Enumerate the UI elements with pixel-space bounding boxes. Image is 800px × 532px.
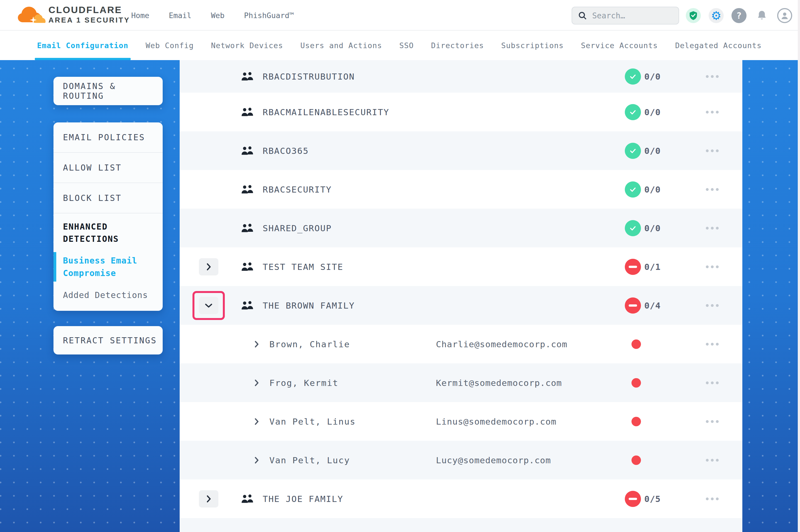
status-badge-fail <box>625 259 641 275</box>
account-icon[interactable] <box>777 8 792 23</box>
sidebar-item-allow-list[interactable]: ALLOW LIST <box>54 153 163 183</box>
sidebar-item-block-list[interactable]: BLOCK LIST <box>54 183 163 213</box>
sidebar-item-added-detections[interactable]: Added Detections <box>63 289 154 301</box>
more-actions-button[interactable] <box>701 223 723 234</box>
member-count: 0/5 <box>644 494 661 504</box>
group-name: RBACDISTRUBUTION <box>263 72 355 81</box>
more-actions-button[interactable] <box>701 107 723 118</box>
sidebar-item-email-policies[interactable]: EMAIL POLICIES <box>54 122 163 153</box>
tab-web-config[interactable]: Web Config <box>146 31 194 60</box>
member-email: Lucy@somedemocorp.com <box>436 455 551 465</box>
status-badge-fail <box>625 491 641 507</box>
scrollbar-track[interactable] <box>798 0 800 532</box>
status-dot-red <box>632 417 641 426</box>
member-name: Frog, Kermit <box>269 378 339 388</box>
group-people-icon <box>241 223 254 233</box>
tab-subscriptions[interactable]: Subscriptions <box>501 31 564 60</box>
table-row-member[interactable]: Van Pelt, Linus Linus@somedemocorp.com <box>180 402 742 441</box>
group-people-icon <box>241 71 254 82</box>
table-row-member[interactable]: Brown, Charlie Charlie@somedemocorp.com <box>180 325 742 363</box>
more-actions-button[interactable] <box>701 145 723 156</box>
nav-item-phishguard[interactable]: PhishGuard™ <box>244 11 294 20</box>
member-count: 0/0 <box>644 107 661 117</box>
more-actions-button[interactable] <box>701 339 723 350</box>
tab-delegated-accounts[interactable]: Delegated Accounts <box>675 31 762 60</box>
nav-item-web[interactable]: Web <box>211 11 224 20</box>
table-row-group[interactable]: THE JOE FAMILY 0/5 <box>180 479 742 518</box>
shield-check-icon[interactable] <box>686 8 701 23</box>
bell-icon[interactable] <box>754 8 769 23</box>
status-badge-fail <box>625 298 641 314</box>
group-people-icon <box>241 300 254 311</box>
search-input[interactable] <box>592 11 665 20</box>
nav-item-email[interactable]: Email <box>169 11 192 20</box>
chevron-down-icon <box>205 303 213 308</box>
more-actions-button[interactable] <box>701 416 723 427</box>
tab-network-devices[interactable]: Network Devices <box>211 31 283 60</box>
status-badge-pass <box>625 143 641 159</box>
member-email: Linus@somedemocorp.com <box>436 417 557 426</box>
search-box[interactable] <box>571 7 679 24</box>
sidebar-item-business-email-compromise[interactable]: Business Email Compromise <box>63 254 154 279</box>
table-row-group[interactable]: RBACMAILENABLESECURITY 0/0 <box>180 93 742 131</box>
more-actions-button[interactable] <box>701 455 723 466</box>
member-count: 0/1 <box>644 262 661 272</box>
group-people-icon <box>241 107 254 117</box>
chevron-right-icon[interactable] <box>254 418 259 425</box>
chevron-right-icon <box>206 263 211 271</box>
status-badge-pass <box>625 104 641 120</box>
more-actions-button[interactable] <box>701 377 723 388</box>
gear-icon[interactable]: ⚙ <box>709 8 724 23</box>
more-actions-button[interactable] <box>701 300 723 311</box>
status-badge-pass <box>625 182 641 197</box>
member-count: 0/0 <box>644 223 661 233</box>
chevron-right-icon <box>206 495 211 503</box>
brand-subtitle: AREA 1 SECURITY <box>49 16 130 24</box>
table-row-member[interactable]: Van Pelt, Lucy Lucy@somedemocorp.com <box>180 441 742 479</box>
table-row-group[interactable]: RBACO365 0/0 <box>180 131 742 170</box>
chevron-right-icon[interactable] <box>254 379 259 386</box>
tab-service-accounts[interactable]: Service Accounts <box>581 31 658 60</box>
table-row-group[interactable]: TEST TEAM SITE 0/1 <box>180 247 742 286</box>
sidebar-item-retract-settings[interactable]: RETRACT SETTINGS <box>54 326 163 355</box>
status-dot-red <box>632 378 641 387</box>
help-icon[interactable]: ? <box>731 8 746 23</box>
expand-button[interactable] <box>199 258 218 276</box>
sidebar-item-domains-routing[interactable]: DOMAINS & ROUTING <box>54 77 163 105</box>
expand-button[interactable] <box>199 490 218 508</box>
group-people-icon <box>241 184 254 195</box>
group-name: RBACMAILENABLESECURITY <box>263 107 389 117</box>
member-count: 0/0 <box>644 72 661 81</box>
table-row-member[interactable]: Frog, Kermit Kermit@somedemocorp.com <box>180 363 742 402</box>
group-name: TEST TEAM SITE <box>263 262 343 272</box>
tab-email-configuration[interactable]: Email Configuration <box>37 31 128 60</box>
app-root: CLOUDFLARE AREA 1 SECURITY Home Email We… <box>0 0 800 532</box>
groups-table: RBACDISTRUBUTION 0/0 RBACMAILENABLESECUR… <box>180 60 742 532</box>
member-name: Brown, Charlie <box>269 339 350 349</box>
status-dot-red <box>632 340 641 349</box>
status-badge-pass <box>625 69 641 84</box>
table-row-group[interactable]: RBACSECURITY 0/0 <box>180 170 742 209</box>
brand-name: CLOUDFLARE <box>49 4 130 15</box>
tab-sso[interactable]: SSO <box>399 31 414 60</box>
cloudflare-logo[interactable]: CLOUDFLARE AREA 1 SECURITY <box>17 4 130 24</box>
chevron-right-icon[interactable] <box>254 341 259 348</box>
member-count: 0/0 <box>644 146 661 156</box>
config-tabbar: Email Configuration Web Config Network D… <box>0 31 800 60</box>
table-row-group[interactable]: RBACDISTRUBUTION 0/0 <box>180 60 742 93</box>
more-actions-button[interactable] <box>701 71 723 82</box>
tab-users-and-actions[interactable]: Users and Actions <box>300 31 382 60</box>
more-actions-button[interactable] <box>701 493 723 505</box>
group-name: RBACO365 <box>263 146 309 156</box>
table-row-group[interactable]: SHARED_GROUP 0/0 <box>180 209 742 247</box>
collapse-button[interactable] <box>199 297 218 314</box>
nav-item-home[interactable]: Home <box>131 11 149 20</box>
member-name: Van Pelt, Lucy <box>269 455 350 465</box>
chevron-right-icon[interactable] <box>254 457 259 464</box>
more-actions-button[interactable] <box>701 184 723 195</box>
enhanced-detections-section: ENHANCED DETECTIONS Business Email Compr… <box>54 213 163 301</box>
cloudflare-cloud-icon <box>17 4 46 24</box>
more-actions-button[interactable] <box>701 261 723 272</box>
table-row-group[interactable]: THE BROWN FAMILY 0/4 <box>180 286 742 325</box>
tab-directories[interactable]: Directories <box>431 31 484 60</box>
